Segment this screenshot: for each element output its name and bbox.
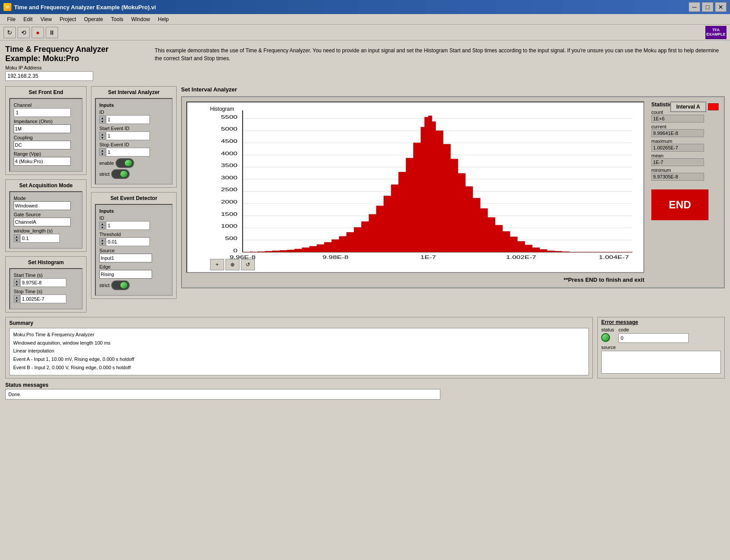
channel-field: Channel 1 — [14, 102, 78, 117]
enable-toggle[interactable] — [116, 158, 134, 168]
current-value: 9.99641E-8 — [651, 129, 704, 137]
start-time-down[interactable]: ▼ — [14, 283, 20, 287]
edge-label: Edge — [99, 264, 168, 269]
svg-text:4000: 4000 — [221, 151, 238, 156]
interval-id-input[interactable] — [106, 115, 150, 124]
interval-a-button[interactable]: Interval A — [670, 102, 706, 112]
menu-edit[interactable]: Edit — [20, 15, 36, 23]
stop-event-down[interactable]: ▼ — [99, 152, 105, 156]
event-inputs-title: Inputs — [99, 208, 168, 214]
event-id-up[interactable]: ▲ — [99, 222, 105, 225]
run-continuously-button[interactable]: ⟲ — [18, 27, 30, 38]
stop-event-up[interactable]: ▲ — [99, 148, 105, 152]
mode-label: Mode — [14, 196, 78, 201]
event-id-input[interactable] — [106, 221, 150, 230]
mean-value: 1E-7 — [651, 158, 704, 166]
strict-toggle[interactable] — [111, 169, 130, 179]
svg-text:5500: 5500 — [221, 114, 238, 120]
menu-tools[interactable]: Tools — [108, 15, 127, 23]
gate-source-label: Gate Source — [14, 212, 78, 217]
mode-field: Mode Windowed — [14, 196, 78, 210]
status-field: Done. — [5, 389, 440, 400]
coupling-select[interactable]: DC — [14, 141, 71, 149]
ip-input[interactable] — [5, 71, 93, 81]
acquisition-panel: Set Acquisition Mode Mode Windowed Gate … — [5, 179, 87, 252]
event-id-down[interactable]: ▼ — [99, 225, 105, 229]
interval-id-up[interactable]: ▲ — [99, 116, 105, 120]
event-strict-toggle[interactable] — [111, 280, 130, 290]
status-bar: Status messages Done. — [5, 382, 725, 400]
histogram-title: Set Histogram — [9, 259, 83, 265]
stop-time-down[interactable]: ▼ — [14, 299, 20, 303]
threshold-up[interactable]: ▲ — [99, 238, 105, 242]
middle-panels: Set Interval Analyzer Inputs ID ▲ ▼ — [91, 86, 177, 313]
start-event-input[interactable] — [106, 131, 150, 140]
window-length-up[interactable]: ▲ — [14, 234, 20, 238]
close-button[interactable]: ✕ — [715, 2, 726, 12]
minimize-button[interactable]: ─ — [689, 2, 700, 12]
title-bar: VI Time and Frequency Analyzer Example (… — [0, 0, 730, 14]
start-event-up[interactable]: ▲ — [99, 132, 105, 136]
stop-time-input[interactable] — [20, 295, 66, 303]
maximum-label: maximum — [651, 138, 719, 144]
mean-row: mean 1E-7 — [651, 153, 719, 166]
interval-id-down[interactable]: ▼ — [99, 120, 105, 124]
edge-select[interactable]: Rising — [99, 270, 152, 279]
svg-text:500: 500 — [225, 236, 237, 241]
window-length-down[interactable]: ▼ — [14, 238, 20, 242]
stop-event-id-field: Stop Event ID ▲ ▼ — [99, 142, 168, 156]
threshold-input[interactable] — [106, 237, 150, 246]
channel-select[interactable]: 1 — [15, 109, 69, 116]
start-event-down[interactable]: ▼ — [99, 136, 105, 140]
mean-label: mean — [651, 153, 719, 158]
right-content-wrapper: Histogram 0 500 1000 1500 2000 2500 3000 — [186, 102, 719, 283]
menu-window[interactable]: Window — [128, 15, 154, 23]
maximize-button[interactable]: □ — [702, 2, 713, 12]
menu-help[interactable]: Help — [154, 15, 172, 23]
menu-view[interactable]: View — [37, 15, 55, 23]
menu-operate[interactable]: Operate — [80, 15, 106, 23]
pause-button[interactable]: ⏸ — [46, 27, 58, 38]
end-button[interactable]: END — [651, 189, 708, 220]
start-time-input[interactable] — [20, 278, 66, 287]
chart-reset-button[interactable]: ↺ — [241, 259, 255, 270]
event-strict-toggle-container: strict — [99, 280, 168, 290]
chart-zoom-button[interactable]: + — [210, 259, 224, 270]
event-id-label: ID — [99, 215, 168, 221]
threshold-field: Threshold ▲ ▼ — [99, 232, 168, 246]
menu-project[interactable]: Project — [56, 15, 80, 23]
histogram-panel: Set Histogram Start Time (s) ▲ ▼ — [5, 256, 87, 313]
coupling-label: Coupling — [14, 135, 78, 140]
strict-label: strict — [99, 171, 109, 177]
maximum-row: maximum 1.00265E-7 — [651, 138, 719, 152]
stop-event-id-label: Stop Event ID — [99, 142, 168, 147]
interval-flag — [708, 103, 719, 110]
status-messages-label: Status messages — [5, 382, 725, 388]
window-length-input[interactable] — [20, 234, 60, 243]
chart-pan-button[interactable]: ⊕ — [225, 259, 240, 270]
run-arrow-button[interactable]: ↻ — [4, 27, 16, 38]
svg-text:1E-7: 1E-7 — [421, 255, 436, 259]
impedance-select[interactable]: 1M — [14, 124, 71, 133]
svg-text:3500: 3500 — [221, 163, 238, 168]
stop-time-up[interactable]: ▲ — [14, 295, 20, 299]
abort-button[interactable]: ● — [32, 27, 44, 38]
mode-select[interactable]: Windowed — [14, 201, 71, 210]
range-select[interactable]: 4 (Moku:Pro) — [14, 157, 71, 166]
ip-label: Moku IP Address — [5, 65, 146, 70]
code-col-label: code — [618, 327, 689, 332]
range-label: Range (Vpp) — [14, 151, 78, 156]
svg-text:9.98E-8: 9.98E-8 — [323, 255, 349, 259]
status-led — [601, 333, 610, 342]
header-description: This example demonstrates the use of Tim… — [155, 45, 725, 62]
right-panel: Set Interval Analyzer Interval A Histogr… — [181, 86, 725, 313]
threshold-down[interactable]: ▼ — [99, 242, 105, 246]
status-col-label: status — [601, 327, 614, 332]
source-select[interactable]: Input1 — [99, 254, 152, 262]
svg-text:2500: 2500 — [221, 187, 238, 193]
window-length-label: window_length (s) — [14, 228, 78, 233]
stop-event-input[interactable] — [106, 148, 150, 156]
menu-file[interactable]: File — [4, 15, 19, 23]
gate-source-select[interactable]: ChannelA — [14, 218, 71, 226]
start-time-up[interactable]: ▲ — [14, 279, 20, 283]
